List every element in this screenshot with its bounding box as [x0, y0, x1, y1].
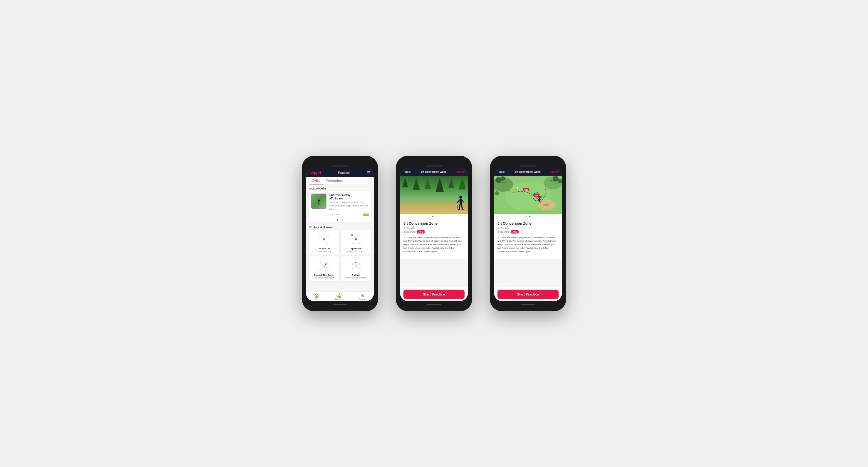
- shots-row-p3: ⏱ 20 shots ARG: [497, 230, 559, 234]
- shots-count-p3: 20 shots: [500, 231, 509, 233]
- skill-card-ott[interactable]: Off The Tee Power accuracy: [309, 230, 339, 255]
- svg-line-32: [462, 200, 463, 202]
- svg-point-47: [500, 176, 505, 181]
- practice-content: Most Popular Fin: [306, 185, 374, 291]
- putting-icon: [349, 260, 363, 272]
- bottom-nav: 🏠 Home ⛳ Activities ⊕ Capture: [306, 291, 374, 301]
- drill-yds-p3: 10-50 yds: [497, 226, 559, 229]
- drill-info-p3: 6ft Conversion Zone ♡ 10-50 yds ⏱ 20 sho…: [494, 219, 562, 259]
- img-dot-2-p3: [529, 215, 530, 217]
- approach-icon: [349, 234, 363, 245]
- skill-card-approach[interactable]: Approach Dial-in to hit the green: [341, 230, 371, 255]
- drill-description-p3: 20 shots are randomly generated at dista…: [497, 236, 559, 257]
- img-dot-2: [435, 215, 436, 217]
- drill-thumbnail: [311, 194, 327, 209]
- nav-capture[interactable]: ⊕ Capture: [359, 293, 366, 300]
- clock-icon-p2: ⏱: [403, 231, 406, 233]
- home-label: Home: [314, 298, 319, 300]
- skill-grid: Off The Tee Power accuracy: [306, 230, 374, 283]
- svg-point-48: [553, 176, 559, 181]
- svg-line-35: [461, 204, 462, 208]
- phones-container: clippd Practice ☰ Drills Favourites Most…: [302, 156, 566, 311]
- start-practice-button-p2[interactable]: Start Practice: [403, 290, 465, 299]
- approach-subtitle: Dial-in to hit the green: [346, 250, 366, 252]
- atg-icon: [317, 260, 331, 272]
- img-dot-1: [432, 215, 433, 217]
- dot-3: [342, 220, 343, 221]
- tree-group: [400, 177, 468, 192]
- phone2-header: ‹ Back 6ft Conversion Zone Cancel: [400, 168, 468, 176]
- drill-name-row-p3: 6ft Conversion Zone ♡: [497, 222, 559, 226]
- svg-text:SAND: SAND: [543, 204, 549, 206]
- shots-text-p2: ⏱ 20 shots: [403, 231, 415, 233]
- tabs-bar: Drills Favourites: [306, 177, 374, 185]
- phone-2: ‹ Back 6ft Conversion Zone Cancel: [396, 156, 472, 311]
- shots-count: 10 shots: [332, 213, 339, 215]
- phone-2-screen: ‹ Back 6ft Conversion Zone Cancel: [400, 168, 468, 301]
- featured-drill-card[interactable]: Find The Fairway Off The Tee Create an i…: [309, 191, 371, 222]
- explore-label: Explore skill areas: [306, 224, 374, 230]
- svg-line-31: [457, 200, 460, 203]
- svg-point-36: [458, 209, 460, 210]
- cancel-button-p3[interactable]: Cancel: [550, 170, 559, 173]
- activities-icon: ⛳: [336, 293, 341, 298]
- back-button-p3[interactable]: ‹ Back: [497, 170, 505, 173]
- drill-hero-map-p3: SAND FAIRWAY ROUGH: [494, 176, 562, 214]
- capture-label: Capture: [359, 298, 366, 300]
- clock-icon: ⏱: [329, 213, 331, 215]
- back-label-p2: Back: [405, 170, 411, 173]
- capture-icon: ⊕: [361, 293, 364, 298]
- detail-title-p2: 6ft Conversion Zone: [421, 170, 446, 173]
- drill-info-p2: 6ft Conversion Zone ♡ 10-50 yds ⏱ 20 sho…: [400, 219, 468, 259]
- tab-favourites[interactable]: Favourites: [323, 177, 346, 185]
- drill-tag-p2: ARG: [417, 230, 425, 234]
- svg-line-55: [539, 201, 539, 203]
- phone3-header: ‹ Back 6ft Conversion Zone Cancel: [494, 168, 562, 176]
- menu-icon[interactable]: ☰: [367, 170, 371, 175]
- img-dot-1-p3: [526, 215, 527, 217]
- svg-point-19: [320, 262, 321, 263]
- tab-drills[interactable]: Drills: [309, 177, 323, 185]
- detail-title-p3: 6ft Conversion Zone: [515, 170, 540, 173]
- phone-3-screen: ‹ Back 6ft Conversion Zone Cancel: [494, 168, 562, 301]
- drill-hero-image-p2: [400, 176, 468, 214]
- ott-icon: [317, 234, 331, 245]
- golfer-silhouette: [456, 195, 465, 211]
- nav-home[interactable]: 🏠 Home: [314, 293, 319, 300]
- home-icon: 🏠: [314, 293, 319, 298]
- back-button-p2[interactable]: ‹ Back: [403, 170, 411, 173]
- ott-title: Off The Tee: [318, 247, 330, 250]
- drill-name-p2: 6ft Conversion Zone: [403, 222, 437, 226]
- activities-label: Activities: [335, 298, 343, 300]
- most-popular-label: Most Popular: [306, 185, 374, 191]
- image-carousel-dots-p2: [400, 214, 468, 219]
- drill-name-row: 6ft Conversion Zone ♡: [403, 222, 465, 226]
- phone-1-screen: clippd Practice ☰ Drills Favourites Most…: [306, 168, 374, 301]
- drill-info: Find The Fairway Off The Tee Create an i…: [329, 194, 369, 216]
- shots-row-p2: ⏱ 20 shots ARG: [403, 230, 465, 234]
- drill-title-2: Off The Tee: [329, 197, 369, 201]
- svg-point-50: [495, 191, 499, 195]
- approach-icon-area: [349, 233, 364, 246]
- svg-rect-30: [460, 199, 462, 204]
- svg-point-23: [355, 262, 356, 263]
- shots-count-p2: 20 shots: [406, 231, 415, 233]
- app-logo: clippd: [309, 170, 321, 175]
- back-label-p3: Back: [499, 170, 505, 173]
- atg-subtitle: Hone your short game: [314, 277, 334, 279]
- favourite-icon-p2[interactable]: ♡: [461, 222, 465, 226]
- svg-text:Miss: Miss: [524, 189, 528, 191]
- drill-tag-p3: ARG: [511, 230, 519, 234]
- skill-card-putting[interactable]: Putting Make and lag practice: [341, 257, 371, 281]
- favourite-icon[interactable]: ♡: [367, 193, 369, 196]
- drill-yds-p2: 10-50 yds: [403, 226, 465, 229]
- cancel-button-p2[interactable]: Cancel: [456, 170, 465, 173]
- svg-line-33: [457, 203, 458, 209]
- skill-card-atg[interactable]: Around The Green Hone your short game: [309, 257, 339, 281]
- start-practice-button-p3[interactable]: Start Practice: [497, 290, 559, 299]
- shots-text-p3: ⏱ 20 shots: [497, 231, 509, 233]
- nav-activities[interactable]: ⛳ Activities: [335, 293, 343, 300]
- phone-3: ‹ Back 6ft Conversion Zone Cancel: [490, 156, 566, 311]
- favourite-icon-p3[interactable]: ♡: [555, 222, 559, 226]
- phone3-content: SAND FAIRWAY ROUGH: [494, 176, 562, 287]
